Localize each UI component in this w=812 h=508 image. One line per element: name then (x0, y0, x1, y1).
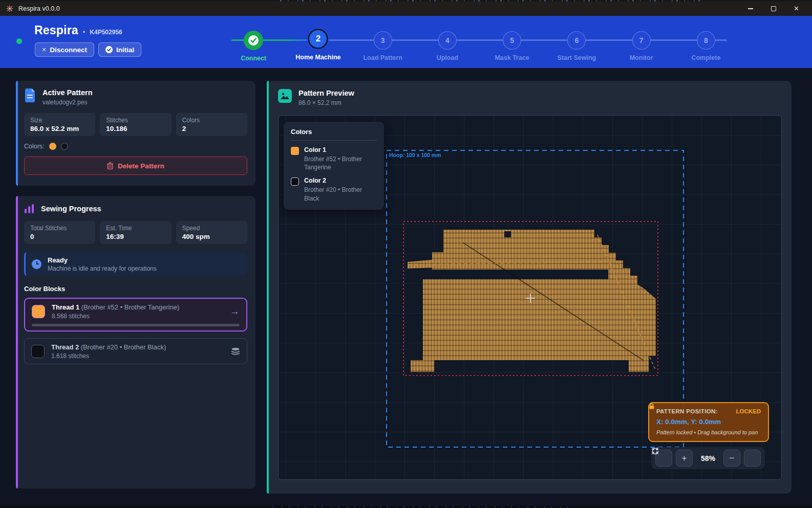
check-icon (248, 35, 259, 46)
file-icon (24, 89, 36, 102)
pattern-filename: valetudogv2.pes (42, 99, 93, 106)
app-header: Respira • K4P502956 × Disconnect Initial (0, 16, 812, 68)
embroidery-pattern (408, 230, 656, 372)
hoop-size-label: Hoop: 100 x 100 mm (389, 152, 441, 158)
workflow-stepper: Connect 2 Home Machine 3 Load Pattern 4 … (221, 16, 738, 68)
close-icon[interactable]: × (785, 2, 808, 16)
position-coordinates: X: 0.0mm, Y: 0.0mm (656, 418, 761, 426)
brand-separator: • (83, 28, 86, 36)
zoom-toolbar: + 58% − (651, 447, 765, 469)
initial-label: Initial (116, 46, 134, 54)
check-circle-icon (105, 46, 113, 53)
color-swatch-black (61, 143, 68, 150)
thread-2-stitches: 1.618 stitches (51, 352, 224, 360)
thread-1-detail: (Brother #52 • Brother Tangerine) (81, 303, 179, 311)
initial-button[interactable]: Initial (98, 42, 141, 57)
legend-entry-color2: Color 2 Brother #20 • Brother Black (291, 177, 377, 202)
stat-size: Size 86.0 x 52.2 mm (24, 113, 95, 136)
refresh-icon (651, 447, 659, 455)
pattern-preview-title: Pattern Preview (298, 89, 354, 97)
stat-stitches: Stitches 10.186 (100, 113, 171, 136)
disconnect-label: Disconnect (50, 46, 87, 54)
plus-icon: + (682, 453, 687, 463)
layers-icon (231, 347, 240, 356)
minus-icon: − (730, 453, 735, 463)
background-window-edge-bottom (0, 505, 812, 508)
position-hint: Pattern locked • Drag background to pan (656, 429, 761, 435)
machine-status-banner: Ready Machine is idle and ready for oper… (24, 252, 247, 276)
step-start-sewing[interactable]: 6 Start Sewing (544, 16, 609, 62)
colors-legend-panel: Colors Color 1 Brother #52 • Brother Tan… (284, 122, 384, 210)
stat-total-stitches: Total Stitches 0 (24, 221, 95, 244)
thread-1-stitches: 8.568 stitches (52, 313, 223, 320)
x-icon: × (42, 46, 46, 54)
step-monitor[interactable]: 7 Monitor (609, 16, 674, 62)
minimize-icon[interactable] (739, 2, 762, 16)
zoom-level: 58% (696, 454, 720, 462)
app-window: Respira v0.0.0 × Respira • K4P502956 × D… (0, 0, 812, 508)
thread-1-progress-bar (32, 324, 240, 326)
step-complete[interactable]: 8 Complete (674, 16, 738, 62)
zoom-in-button[interactable]: + (676, 450, 693, 467)
preview-canvas[interactable]: Hoop: 100 x 100 mm Colors Color 1 Brothe… (278, 115, 782, 480)
sewing-progress-title: Sewing Progress (41, 205, 101, 213)
pattern-preview-card: Pattern Preview 86.0 × 52.2 mm (267, 81, 792, 494)
clock-icon (32, 259, 41, 269)
status-description: Machine is idle and ready for operations (48, 265, 157, 272)
color-swatch-orange (49, 143, 56, 150)
delete-pattern-button[interactable]: Delete Pattern (24, 157, 247, 175)
colors-label: Colors: (24, 143, 45, 150)
thread-1-name: Thread 1 (52, 303, 79, 311)
status-title: Ready (48, 256, 157, 264)
maximize-icon[interactable] (762, 2, 785, 16)
pattern-dimensions: 86.0 × 52.2 mm (298, 99, 354, 106)
step-mask-trace[interactable]: 5 Mask Trace (480, 16, 544, 62)
machine-serial: K4P502956 (90, 29, 122, 36)
titlebar: Respira v0.0.0 × (0, 2, 812, 16)
window-title: Respira v0.0.0 (18, 5, 60, 12)
brand-title: Respira (34, 24, 78, 37)
position-label: PATTERN POSITION: (656, 408, 718, 414)
app-icon (6, 5, 14, 13)
stat-est-time: Est. Time 16:39 (100, 221, 171, 244)
thread-2-detail: (Brother #20 • Brother Black) (81, 343, 166, 351)
step-done-circle (244, 31, 263, 50)
sewing-progress-card: Sewing Progress Total Stitches 0 Est. Ti… (16, 196, 255, 489)
image-icon (278, 89, 292, 103)
legend-title: Colors (291, 128, 377, 141)
locked-badge: LOCKED (736, 408, 761, 414)
active-pattern-title: Active Pattern (42, 89, 93, 97)
connection-status-dot (16, 38, 22, 44)
thread-1-row[interactable]: Thread 1 (Brother #52 • Brother Tangerin… (24, 298, 247, 332)
thread-2-row[interactable]: Thread 2 (Brother #20 • Brother Black) 1… (24, 338, 247, 364)
thread-2-name: Thread 2 (51, 343, 79, 351)
trash-icon (107, 162, 113, 169)
lock-icon (649, 403, 654, 409)
step-upload[interactable]: 4 Upload (415, 16, 480, 62)
bar-chart-icon (24, 204, 34, 214)
thread-2-swatch (31, 345, 45, 358)
color-blocks-label: Color Blocks (24, 285, 247, 293)
zoom-out-button[interactable]: − (723, 450, 740, 467)
stat-speed: Speed 400 spm (176, 221, 247, 244)
step-load-pattern[interactable]: 3 Load Pattern (351, 16, 415, 62)
legend-entry-color1: Color 1 Brother #52 • Brother Tangerine (291, 146, 377, 171)
step-connect[interactable]: Connect (221, 16, 286, 62)
step-home-machine[interactable]: 2 Home Machine (286, 16, 350, 62)
thread-1-swatch (32, 305, 45, 318)
active-pattern-card: Active Pattern valetudogv2.pes Size 86.0… (16, 81, 255, 186)
delete-pattern-label: Delete Pattern (118, 162, 164, 170)
legend-swatch-orange (291, 147, 299, 155)
stat-colors: Colors 2 (176, 113, 247, 136)
disconnect-button[interactable]: × Disconnect (35, 42, 94, 57)
arrow-right-icon: → (230, 306, 240, 317)
pattern-position-overlay: PATTERN POSITION: LOCKED X: 0.0mm, Y: 0.… (648, 402, 769, 442)
legend-swatch-black (291, 178, 299, 186)
reset-view-button[interactable] (744, 450, 761, 467)
